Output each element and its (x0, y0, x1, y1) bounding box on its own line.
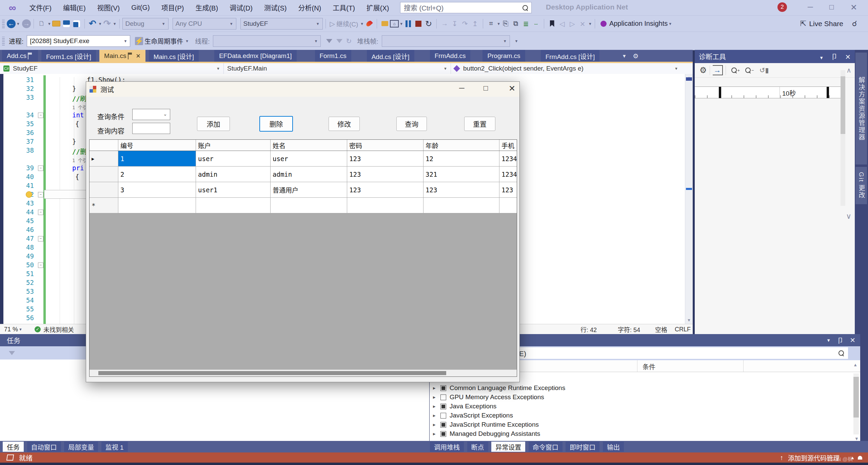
breadcrumb-project-dropdown[interactable]: C# StudyEF ▼ (0, 63, 224, 74)
grid-cell[interactable] (271, 198, 347, 213)
dialog-minimize-button[interactable]: ─ (459, 84, 465, 93)
eol-mode[interactable]: CRLF (675, 326, 691, 333)
fold-marker[interactable]: − (38, 192, 43, 197)
close-tab-icon[interactable]: ✕ (136, 53, 141, 60)
exception-row[interactable]: ▸GPU Memory Access Exceptions (433, 393, 544, 401)
filter-funnel-icon[interactable] (9, 351, 15, 355)
zoom-in-icon[interactable] (731, 67, 737, 73)
grid-cell[interactable]: 12345 (499, 151, 517, 166)
tab-breakpoints[interactable]: 断点 (467, 442, 488, 452)
tab-output[interactable]: 输出 (603, 442, 624, 452)
panel-pin-icon[interactable]: 卩 (831, 53, 838, 61)
diag-scrollbar[interactable] (841, 70, 845, 206)
new-file-dropdown-icon[interactable]: ▼ (47, 22, 51, 26)
menu-analyze[interactable]: 分析(N) (293, 3, 327, 13)
fold-marker[interactable]: − (38, 236, 43, 241)
fold-marker[interactable]: − (38, 263, 43, 268)
grid-cell[interactable]: 123 (423, 182, 499, 197)
continue-dropdown-icon[interactable]: ▼ (360, 22, 364, 26)
tab-main-cs[interactable]: Main.cs✕ (99, 50, 145, 62)
tab-tasks[interactable]: 任务 (3, 442, 24, 452)
diag-panel-header[interactable]: 诊断工具 ▼ 卩 ✕ (695, 50, 855, 63)
row-header[interactable] (90, 182, 118, 197)
panel-dropdown-icon[interactable]: ▼ (819, 55, 824, 60)
condition-column-header[interactable]: 条件 (643, 362, 655, 371)
process-dropdown[interactable]: [20288] StudyEF.exe▼ (27, 35, 130, 47)
timeline-ruler[interactable]: 10秒 (695, 86, 844, 98)
grid-row[interactable]: 3 user1 普通用户 123 123 123 (90, 182, 517, 198)
redo-dropdown-icon[interactable]: ▼ (113, 22, 117, 26)
continue-button[interactable]: 继续(C) (336, 19, 358, 28)
menu-view[interactable]: 视图(V) (92, 3, 126, 13)
bookmarks-dropdown-icon[interactable]: ▼ (588, 22, 592, 26)
hot-reload-icon[interactable] (364, 19, 374, 29)
row-header[interactable] (90, 167, 118, 182)
panel-pin-icon[interactable]: 卩 (837, 335, 844, 345)
save-all-icon[interactable] (72, 19, 82, 29)
exception-checkbox[interactable] (440, 431, 446, 437)
zoom-dropdown[interactable]: 71 % (4, 326, 18, 333)
menu-build[interactable]: 生成(B) (190, 3, 224, 13)
diag-settings-gear-icon[interactable]: ⚙ (699, 65, 707, 75)
grid-cell[interactable]: 321 (423, 167, 499, 182)
exception-row[interactable]: ▸JavaScript Runtime Exceptions (433, 421, 539, 428)
menu-debug[interactable]: 调试(D) (224, 3, 258, 13)
dialog-close-button[interactable]: ✕ (509, 84, 515, 93)
query-condition-combobox[interactable]: ⌄ (132, 109, 170, 120)
panel-dropdown-icon[interactable]: ▼ (826, 338, 831, 343)
grid-cell[interactable]: admin (196, 167, 271, 182)
menu-project[interactable]: 项目(P) (156, 3, 190, 13)
uncomment-icon[interactable]: ⧿ (531, 19, 541, 29)
column-header[interactable]: 姓名 (271, 140, 347, 151)
pause-icon[interactable] (403, 19, 413, 29)
platform-dropdown[interactable]: Any CPU▼ (173, 18, 236, 30)
grid-cell[interactable]: 123 (499, 182, 517, 197)
tab-program-cs[interactable]: Program.cs (482, 50, 525, 62)
tab-form1-design[interactable]: Form1.cs [设计] (41, 50, 96, 62)
menu-edit[interactable]: 编辑(E) (57, 3, 92, 13)
fold-marker[interactable]: − (38, 210, 43, 215)
panel-close-icon[interactable]: ✕ (850, 336, 855, 344)
exception-row[interactable]: ▸Java Exceptions (433, 403, 496, 410)
grid-cell[interactable] (118, 198, 196, 213)
exception-checkbox[interactable] (440, 422, 446, 428)
health-check-label[interactable]: 未找到相关 (43, 325, 74, 334)
show-output-icon[interactable]: ⌂ (390, 20, 399, 27)
output-dropdown-icon[interactable]: ▼ (399, 22, 403, 26)
debug-toolbar-grip[interactable] (2, 37, 5, 45)
spaces-mode[interactable]: 空格 (655, 325, 667, 334)
grid-row[interactable]: ▶ 1 user user 123 12 12345 (90, 151, 517, 167)
grid-cell[interactable] (423, 198, 499, 213)
live-share-button[interactable]: Live Share (809, 20, 843, 28)
quick-search-box[interactable]: 搜索 (Ctrl+Q) (400, 2, 532, 13)
scc-caret-icon[interactable]: ▲ (850, 455, 855, 460)
grid-cell[interactable]: 3 (118, 182, 196, 197)
new-file-icon[interactable]: 🗋 (37, 19, 47, 29)
grid-cell[interactable]: 123 (347, 167, 423, 182)
zoom-out-icon[interactable] (745, 67, 751, 73)
attach-process-icon[interactable]: ⎘ (500, 19, 511, 29)
dialog-maximize-button[interactable]: □ (484, 84, 488, 93)
pin-icon[interactable] (128, 53, 132, 59)
exception-checkbox[interactable] (440, 413, 446, 419)
grid-cell[interactable]: 12 (423, 151, 499, 166)
breadcrumb-member-dropdown[interactable]: button2_Click(object sender, EventArgs e… (451, 63, 682, 74)
reset-button[interactable]: 重置 (464, 117, 495, 131)
application-insights-button[interactable]: Application Insights (609, 20, 668, 27)
disassembly-icon[interactable]: ⌗ (486, 19, 496, 29)
exc-scroll-up-icon[interactable]: ▲ (853, 362, 857, 367)
column-header[interactable]: 手机 (499, 140, 517, 151)
reset-view-icon[interactable]: ↺▮ (760, 66, 769, 74)
menu-tools[interactable]: 工具(T) (327, 3, 361, 13)
grid-cell[interactable]: admin (271, 167, 347, 182)
grid-cell[interactable] (347, 198, 423, 213)
lifecycle-dropdown-icon[interactable]: ▼ (185, 39, 189, 43)
editor-scrollbar[interactable]: ▲ ▼ (685, 74, 693, 324)
tab-locals[interactable]: 局部变量 (64, 442, 98, 452)
grid-cell-selected[interactable]: 1 (118, 151, 196, 166)
grid-cell[interactable]: 2 (118, 167, 196, 182)
breadcrumb-type-dropdown[interactable]: StudyEF.Main▼ (224, 63, 451, 74)
export-icon[interactable]: → (713, 65, 723, 75)
grid-cell[interactable]: user1 (196, 182, 271, 197)
column-header[interactable]: 密码 (347, 140, 423, 151)
